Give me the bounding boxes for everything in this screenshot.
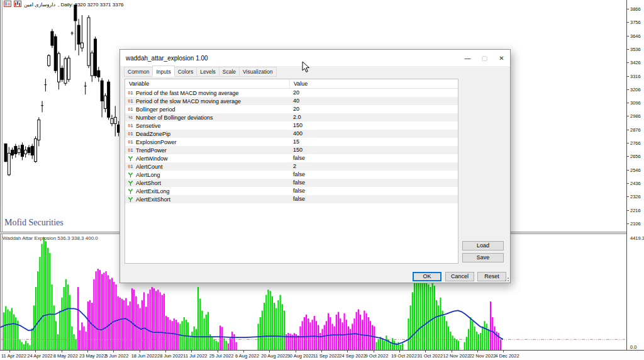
save-button[interactable]: Save (462, 253, 504, 262)
value-cell[interactable]: false (289, 179, 458, 187)
explosion-bar-up (184, 317, 185, 350)
explosion-bar-down (105, 271, 106, 350)
explosion-bar-down (287, 333, 289, 350)
explosion-bar-up (21, 342, 23, 350)
load-button[interactable]: Load (462, 241, 504, 250)
maximize-icon[interactable]: ▢ (476, 50, 493, 66)
explosion-bar-down (101, 274, 103, 350)
explosion-bar-up (197, 287, 199, 350)
explosion-bar-up (400, 345, 401, 350)
table-row[interactable]: AlertExitLongfalse (125, 187, 458, 195)
ok-button[interactable]: OK (413, 272, 441, 281)
table-row[interactable]: AlertShortfalse (125, 179, 458, 187)
explosion-bar-down (289, 334, 291, 350)
table-row[interactable]: 01Bollinger period20 (125, 105, 458, 113)
time-tick (374, 351, 374, 352)
variable-name: AlertLong (136, 171, 160, 179)
value-cell[interactable]: false (289, 187, 458, 195)
table-row[interactable]: 01AlertCount2 (125, 162, 458, 171)
table-row[interactable]: 01Period of the slow MACD moving average… (125, 97, 458, 105)
tab-visualization[interactable]: Visualization (239, 67, 277, 77)
time-tick-label: 24 Apr 2022 (27, 353, 52, 359)
price-tick (627, 62, 629, 63)
explosion-bar-down (328, 313, 329, 350)
explosion-bar-down (135, 296, 136, 350)
explosion-bar-up (37, 271, 38, 350)
variable-name: AlertWindow (136, 155, 168, 162)
cancel-button[interactable]: Cancel (445, 272, 474, 281)
time-tick (218, 351, 218, 352)
time-tick-label: 11 Jul 2022 (183, 353, 207, 359)
table-row[interactable]: 01Period of the fast MACD moving average… (125, 89, 458, 97)
value-cell[interactable]: false (289, 154, 458, 162)
bool-input-icon (127, 188, 134, 194)
explosion-bar-up (208, 312, 209, 350)
resize-grip[interactable] (503, 276, 509, 281)
candle-bull (80, 43, 83, 48)
explosion-bar-up (436, 300, 437, 350)
variable-name: Period of the fast MACD moving average (136, 89, 239, 97)
value-cell[interactable]: 15 (289, 138, 458, 146)
explosion-bar-up (440, 298, 441, 350)
price-axis[interactable]: 3866375636463536342633163206309629862876… (626, 0, 644, 350)
explosion-bar-down (368, 317, 369, 350)
candle-bear (77, 25, 80, 44)
table-row[interactable]: AlertLongfalse (125, 171, 458, 179)
explosion-bar-down (318, 325, 319, 350)
tab-common[interactable]: Common (124, 67, 153, 77)
reset-button[interactable]: Reset (477, 272, 506, 281)
time-axis[interactable]: 11 Apr 202224 Apr 20228 May 202223 May 2… (0, 350, 644, 360)
value-cell[interactable]: 20 (289, 105, 458, 113)
price-tick-label: 2106 (630, 221, 641, 227)
tab-levels[interactable]: Levels (196, 67, 219, 77)
candle-bull (114, 117, 116, 123)
value-cell[interactable]: 20 (289, 89, 458, 97)
price-tick (627, 130, 629, 130)
value-cell[interactable]: 150 (289, 146, 458, 154)
value-cell[interactable]: 400 (289, 130, 458, 138)
table-row[interactable]: ½Number of Bollinger deviations2.0 (125, 113, 458, 121)
table-row[interactable]: AlertExitShortfalse (125, 195, 458, 203)
close-icon[interactable]: ✕ (493, 50, 510, 66)
explosion-bar-down (336, 315, 337, 350)
time-tick (477, 351, 478, 352)
explosion-bar-up (442, 311, 443, 350)
int-input-icon: 01 (127, 106, 134, 113)
variable-name: Bollinger period (136, 106, 175, 113)
table-row[interactable]: 01Sensetive150 (125, 121, 458, 130)
explosion-bar-up (11, 308, 13, 350)
variable-cell: AlertExitShort (125, 195, 289, 203)
table-row[interactable]: 01TrendPower150 (125, 146, 458, 154)
explosion-bar-down (311, 320, 313, 350)
table-row[interactable]: 01DeadZonePip400 (125, 130, 458, 138)
value-cell[interactable]: 2.0 (289, 113, 458, 121)
explosion-bar-up (419, 274, 421, 350)
explosion-bar-down (490, 301, 491, 350)
tab-scale[interactable]: Scale (219, 67, 240, 77)
table-row[interactable]: 01ExplosionPower15 (125, 138, 458, 146)
explosion-bar-up (49, 253, 50, 350)
value-cell[interactable]: 150 (289, 121, 458, 130)
tab-inputs[interactable]: Inputs (152, 65, 174, 77)
time-tick-label: 23 May 2022 (79, 353, 106, 359)
explosion-bar-down (331, 323, 333, 350)
time-tick (347, 351, 348, 352)
int-input-icon: 01 (127, 130, 134, 138)
minimize-icon[interactable]: — (459, 50, 476, 66)
dialog-titlebar[interactable]: waddah_attar_explosion 1.00 — ▢ ✕ (120, 50, 510, 66)
explosion-bar-down (133, 290, 135, 350)
price-tick-label: 3536 (630, 47, 641, 52)
candle-bull (57, 53, 60, 82)
explosion-bar-up (213, 339, 214, 350)
explosion-bar-up (428, 284, 429, 350)
tab-colors[interactable]: Colors (174, 67, 197, 77)
explosion-bar-down (87, 301, 89, 350)
value-cell[interactable]: 40 (289, 97, 458, 105)
table-row[interactable]: AlertWindowfalse (125, 154, 458, 162)
value-cell[interactable]: false (289, 171, 458, 179)
value-cell[interactable]: false (289, 195, 458, 203)
explosion-bar-down (372, 325, 373, 350)
value-cell[interactable]: 2 (289, 162, 458, 171)
explosion-bar-down (294, 333, 295, 350)
candle-bull (87, 18, 90, 65)
